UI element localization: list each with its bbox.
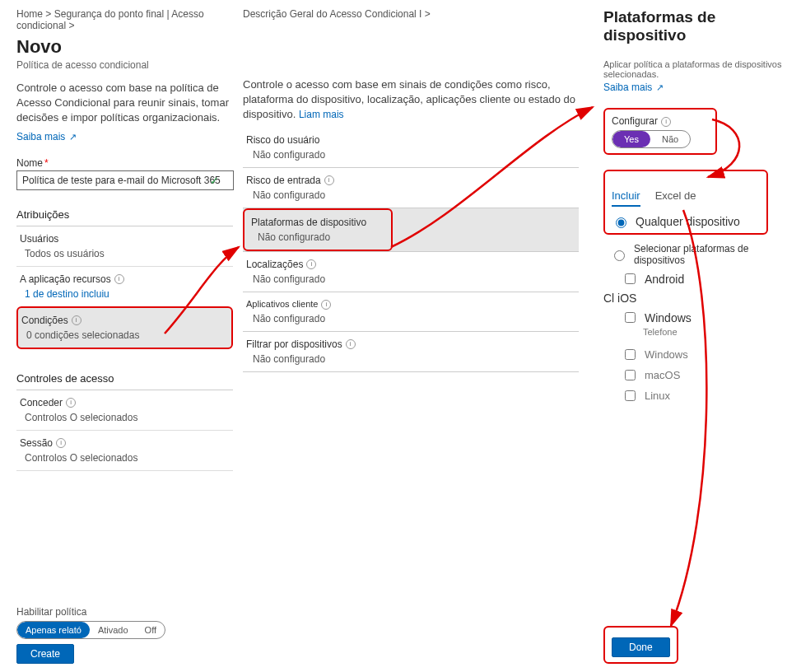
- create-button[interactable]: Create: [16, 644, 74, 664]
- toggle-off[interactable]: Off: [137, 622, 165, 638]
- mid-description: Controle o acesso com base em sinais de …: [243, 77, 579, 123]
- info-icon[interactable]: i: [72, 315, 81, 325]
- radio-select-platforms[interactable]: [614, 250, 625, 261]
- right-panel-desc: Aplicar política a plataformas de dispos…: [603, 59, 786, 79]
- info-icon[interactable]: i: [66, 398, 76, 408]
- checkbox-linux[interactable]: [625, 390, 636, 401]
- crumb-home[interactable]: Home: [16, 8, 43, 20]
- platform-windows: Windows: [645, 311, 692, 324]
- grant-row[interactable]: Concederi Controlos O selecionados: [16, 390, 233, 431]
- info-icon[interactable]: i: [321, 300, 331, 310]
- radio-any-device-label: Qualquer dispositivo: [636, 215, 740, 228]
- checkbox-android[interactable]: [625, 273, 636, 284]
- tab-exclude[interactable]: Excel de: [655, 189, 696, 207]
- session-row[interactable]: Sessãoi Controlos O selecionados: [16, 431, 233, 471]
- info-icon[interactable]: i: [56, 438, 66, 448]
- right-panel-title: Plataformas de dispositivo: [603, 8, 786, 44]
- locations-row[interactable]: Localizaçõesi Não configurado: [243, 252, 579, 292]
- checkbox-windows[interactable]: [625, 312, 636, 323]
- platform-phone: Telefone: [643, 327, 786, 337]
- tab-include[interactable]: Incluir: [612, 189, 640, 207]
- filter-devices-row[interactable]: Filtrar por dispositivosi Não configurad…: [243, 332, 579, 372]
- breadcrumb-cond: Descrição Geral do Acesso Condicional I …: [243, 8, 579, 20]
- checkbox-macos[interactable]: [625, 370, 636, 380]
- access-controls-heading: Controles de acesso: [16, 367, 233, 390]
- external-link-icon: ↗: [654, 82, 664, 92]
- info-icon[interactable]: i: [306, 259, 316, 269]
- device-platforms-row[interactable]: Plataformas de dispositivo Não configura…: [243, 208, 579, 252]
- learn-more-link-right[interactable]: Saiba mais ↗: [603, 82, 664, 93]
- done-button[interactable]: Done: [612, 637, 670, 657]
- configure-yes[interactable]: Yes: [612, 131, 650, 147]
- configure-label: Configurari: [612, 115, 671, 127]
- page-title: Novo: [16, 36, 233, 58]
- learn-more-link-mid[interactable]: Liam mais: [299, 108, 344, 122]
- toggle-on[interactable]: Ativado: [90, 622, 137, 638]
- page-subtitle: Política de acesso condicional: [16, 59, 233, 71]
- enable-policy-toggle[interactable]: Apenas relató Ativado Off: [16, 621, 165, 639]
- platform-macos: macOS: [645, 369, 680, 381]
- info-icon[interactable]: i: [114, 274, 124, 284]
- conditions-row[interactable]: Condiçõesi 0 condições selecionadas: [16, 306, 233, 349]
- check-icon: ✓: [210, 175, 219, 187]
- name-label: Nome*: [16, 157, 233, 169]
- signin-risk-row[interactable]: Risco de entradai Não configurado: [243, 168, 579, 208]
- radio-any-device[interactable]: [616, 217, 626, 228]
- toggle-report-only[interactable]: Apenas relató: [17, 622, 90, 638]
- info-icon[interactable]: i: [346, 339, 356, 349]
- client-apps-row[interactable]: Aplicativos clientei Não configurado: [243, 292, 579, 332]
- platform-android: Android: [645, 273, 684, 286]
- info-icon[interactable]: i: [661, 117, 671, 127]
- external-link-icon: ↗: [67, 132, 77, 142]
- enable-policy-label: Habilitar política: [16, 606, 165, 618]
- users-row[interactable]: Usuários Todos os usuários: [16, 226, 233, 267]
- learn-more-link[interactable]: Saiba mais ↗: [16, 131, 233, 142]
- info-icon[interactable]: i: [324, 175, 334, 185]
- assignments-heading: Atribuições: [16, 203, 233, 226]
- radio-select-platforms-label: Selecionar plataformas de dispositivos: [634, 243, 786, 266]
- left-description: Controle o acesso com base na política d…: [16, 81, 233, 126]
- apps-row[interactable]: A aplicação recursosi 1 de destino inclu…: [16, 267, 233, 306]
- configure-toggle[interactable]: Yes Não: [612, 130, 691, 148]
- platform-windows2: Windows: [645, 348, 688, 361]
- breadcrumb: Home > Segurança do ponto final | Acesso…: [16, 8, 233, 31]
- platform-linux: Linux: [645, 390, 670, 402]
- platform-cl-ios: Cl iOS: [603, 292, 636, 305]
- checkbox-windows2[interactable]: [625, 349, 636, 360]
- policy-name-input[interactable]: [16, 170, 234, 190]
- user-risk-row[interactable]: Risco do usuário Não configurado: [243, 128, 579, 168]
- configure-no[interactable]: Não: [650, 131, 690, 147]
